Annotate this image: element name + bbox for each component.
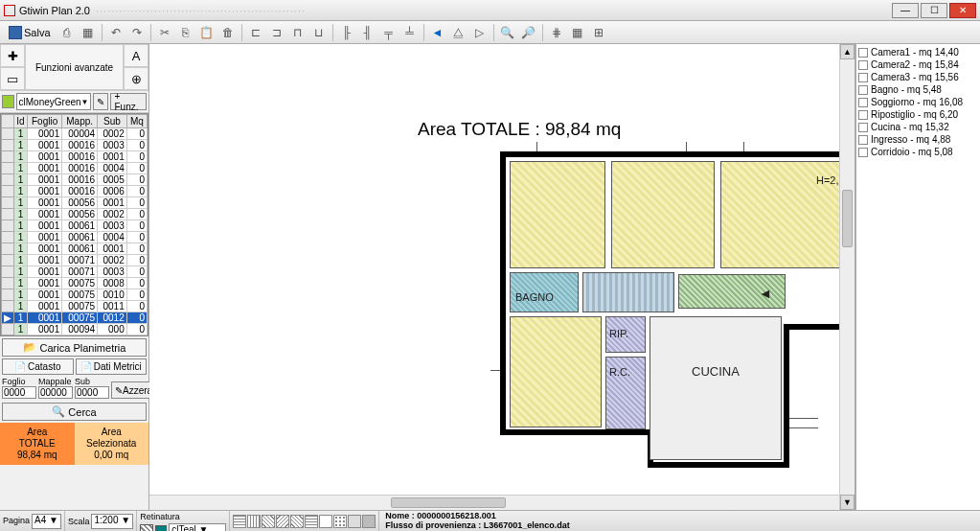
pattern-8[interactable] — [333, 515, 347, 528]
checkbox-icon[interactable] — [858, 60, 868, 70]
pattern-10[interactable] — [362, 515, 376, 528]
room-checkbox-item[interactable]: Soggiorno - mq 16,08 — [858, 96, 978, 108]
catasto-button[interactable]: 📄Catasto — [2, 358, 74, 375]
col-mapp[interactable]: Mapp. — [62, 115, 98, 128]
canvas-hscrollbar[interactable] — [149, 495, 839, 510]
table-row[interactable]: 100010006100010 — [2, 243, 148, 255]
sub-input[interactable] — [75, 386, 109, 399]
room-checkbox-item[interactable]: Cucina - mq 15,32 — [858, 121, 978, 133]
table-row[interactable]: 100010007500080 — [2, 278, 148, 289]
grid-icon-3[interactable]: ⊞ — [589, 23, 608, 42]
cerca-button[interactable]: 🔍Cerca — [2, 403, 147, 421]
scroll-thumb[interactable] — [842, 190, 853, 247]
foglio-input[interactable] — [2, 386, 36, 399]
zoom-in-icon[interactable]: 🔍 — [498, 23, 517, 42]
room-soggiorno[interactable] — [510, 316, 602, 427]
checkbox-icon[interactable] — [858, 123, 868, 132]
save-button[interactable]: Salva — [4, 25, 56, 40]
table-row[interactable]: 100010006100030 — [2, 220, 148, 232]
scroll-thumb-h[interactable] — [391, 497, 506, 508]
room-corridoio[interactable] — [582, 272, 674, 312]
funzioni-avanzate-button[interactable]: Funzioni avanzate — [25, 44, 124, 90]
toolbar-btn-1[interactable]: ⎙ — [57, 23, 77, 42]
pattern-7[interactable] — [319, 515, 332, 528]
checkbox-icon[interactable] — [858, 48, 868, 58]
grid-icon-1[interactable]: ⋕ — [547, 23, 566, 42]
checkbox-icon[interactable] — [858, 148, 868, 157]
undo-button[interactable]: ↶ — [106, 23, 125, 42]
pattern-1[interactable] — [233, 515, 246, 528]
mirror-v-icon[interactable]: ▷ — [470, 23, 490, 42]
mirror-h-icon[interactable]: ⧋ — [449, 23, 468, 42]
align-btn-3[interactable]: ⊓ — [288, 23, 308, 42]
redo-button[interactable]: ↷ — [127, 23, 147, 42]
room-cucina[interactable] — [650, 316, 782, 460]
room-camera2[interactable] — [611, 161, 715, 268]
table-row[interactable]: 100010007500110 — [2, 301, 148, 312]
align-btn-6[interactable]: ╢ — [358, 23, 377, 42]
checkbox-icon[interactable] — [858, 85, 868, 95]
checkbox-icon[interactable] — [858, 135, 868, 145]
funz-button[interactable]: + Funz. — [110, 93, 147, 110]
align-btn-1[interactable]: ⊏ — [246, 23, 265, 42]
room-checkbox-item[interactable]: Camera2 - mq 15,84 — [858, 58, 978, 71]
mappale-input[interactable] — [38, 386, 73, 399]
paste-button[interactable]: 📋 — [197, 23, 217, 42]
scroll-down-icon[interactable]: ▼ — [840, 495, 855, 510]
color-dropdown[interactable]: clMoneyGreen ▼ — [16, 93, 92, 110]
tool-cross-icon[interactable]: ✚ — [0, 44, 25, 67]
canvas-vscrollbar[interactable]: ▲ ▼ — [839, 44, 855, 510]
table-row[interactable]: ▶100010007500120 — [2, 312, 148, 324]
room-checkbox-item[interactable]: Ingresso - mq 4,88 — [858, 133, 978, 146]
table-row[interactable]: 100010001600010 — [2, 151, 148, 163]
checkbox-icon[interactable] — [858, 110, 868, 120]
window-minimize-button[interactable]: — — [892, 3, 919, 18]
pagina-dropdown[interactable]: A4 ▼ — [32, 514, 61, 529]
checkbox-icon[interactable] — [858, 73, 868, 82]
table-row[interactable]: 100010007100020 — [2, 255, 148, 266]
col-mq[interactable]: Mq — [126, 115, 147, 128]
room-checkbox-item[interactable]: Bagno - mq 5,48 — [858, 83, 978, 96]
scroll-up-icon[interactable]: ▲ — [840, 44, 855, 59]
table-row[interactable]: 10001000940000 — [2, 324, 148, 335]
cut-button[interactable]: ✂ — [155, 23, 174, 42]
table-row[interactable]: 100010001600050 — [2, 174, 148, 186]
delete-button[interactable]: 🗑 — [218, 23, 238, 42]
tool-rect-icon[interactable]: ▭ — [0, 67, 25, 90]
window-maximize-button[interactable]: ☐ — [921, 3, 947, 18]
room-checkbox-item[interactable]: Corridoio - mq 5,08 — [858, 146, 978, 158]
color-swatch-teal[interactable] — [155, 525, 167, 531]
color-swatch[interactable] — [2, 95, 14, 108]
pattern-2[interactable] — [247, 515, 261, 528]
align-btn-5[interactable]: ╟ — [337, 23, 356, 42]
pattern-6[interactable] — [305, 515, 318, 528]
room-checkbox-item[interactable]: Camera1 - mq 14,40 — [858, 46, 978, 58]
col-foglio[interactable]: Foglio — [28, 115, 62, 128]
col-sub[interactable]: Sub — [98, 115, 127, 128]
table-row[interactable]: 100010001600040 — [2, 163, 148, 174]
table-row[interactable]: 100010001600060 — [2, 186, 148, 197]
grid-icon-2[interactable]: ▦ — [568, 23, 587, 42]
window-close-button[interactable]: ✕ — [949, 3, 976, 18]
room-checkbox-item[interactable]: Ripostiglio - mq 6,20 — [858, 108, 978, 121]
tool-text-icon[interactable]: A — [124, 44, 148, 67]
cursor-icon[interactable]: ◄ — [428, 23, 447, 42]
align-btn-4[interactable]: ⊔ — [309, 23, 329, 42]
table-row[interactable]: 100010005600010 — [2, 197, 148, 209]
table-row[interactable]: 100010001600030 — [2, 140, 148, 151]
room-checkbox-item[interactable]: Camera3 - mq 15,56 — [858, 71, 978, 83]
pattern-3[interactable] — [262, 515, 275, 528]
zoom-out-icon[interactable]: 🔎 — [519, 23, 538, 42]
pattern-5[interactable] — [290, 515, 304, 528]
retinatura-dropdown[interactable]: clTeal ▼ — [169, 523, 226, 531]
carica-planimetria-button[interactable]: 📂 Carica Planimetria — [2, 338, 147, 357]
scala-dropdown[interactable]: 1:200 ▼ — [91, 514, 133, 529]
table-row[interactable]: 100010000400020 — [2, 128, 148, 140]
checkbox-icon[interactable] — [858, 98, 868, 107]
dati-metrici-button[interactable]: 📄Dati Metrici — [76, 358, 148, 375]
table-row[interactable]: 100010007500100 — [2, 289, 148, 301]
col-id[interactable]: Id — [14, 115, 28, 128]
room-camera1[interactable] — [510, 161, 605, 268]
tool-zoom-icon[interactable]: ⊕ — [124, 67, 148, 90]
align-btn-2[interactable]: ⊐ — [267, 23, 286, 42]
